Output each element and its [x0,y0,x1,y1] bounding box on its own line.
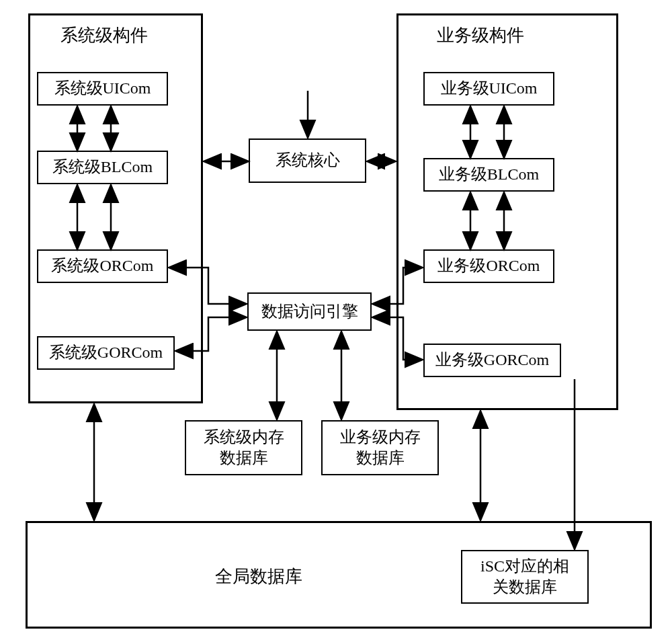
system-core-box: 系统核心 [249,138,366,183]
left-container-title: 系统级构件 [60,24,148,47]
global-db-label: 全局数据库 [215,565,302,588]
right-container-title: 业务级构件 [437,24,524,47]
sys-gorcom-box: 系统级GORCom [37,336,175,370]
biz-mem-db-box: 业务级内存 数据库 [321,420,439,475]
sys-mem-db-label: 系统级内存 数据库 [204,427,284,469]
sys-mem-db-box: 系统级内存 数据库 [185,420,302,475]
sys-orcom-box: 系统级ORCom [37,249,168,283]
data-access-engine-box: 数据访问引擎 [247,292,372,331]
biz-blcom-box: 业务级BLCom [423,158,554,192]
sys-blcom-box: 系统级BLCom [37,151,168,184]
biz-uicom-box: 业务级UICom [423,72,554,106]
biz-orcom-box: 业务级ORCom [423,249,554,283]
architecture-diagram: 系统级构件 业务级构件 系统级UICom 系统级BLCom 系统级ORCom 系… [0,0,672,638]
isc-db-label: iSC对应的相 关数据库 [480,556,569,598]
biz-mem-db-label: 业务级内存 数据库 [340,427,421,469]
sys-uicom-box: 系统级UICom [37,72,168,106]
biz-gorcom-box: 业务级GORCom [423,344,561,377]
isc-db-box: iSC对应的相 关数据库 [461,550,589,604]
